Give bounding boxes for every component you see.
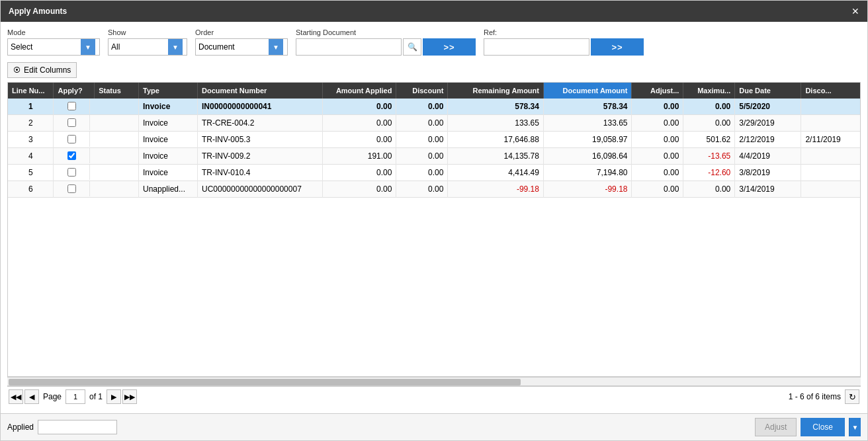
show-label: Show — [108, 28, 187, 36]
cell-disco — [801, 181, 860, 198]
show-dropdown-arrow[interactable]: ▼ — [168, 39, 183, 55]
refresh-button[interactable]: ↻ — [845, 389, 859, 404]
cell-maximum: 501.62 — [683, 132, 735, 148]
order-select[interactable]: Document Date Amount — [196, 39, 269, 55]
next-page-button[interactable]: ▶ — [107, 389, 121, 404]
apply-checkbox[interactable] — [67, 102, 76, 110]
apply-checkbox[interactable] — [67, 118, 76, 127]
apply-checkbox[interactable] — [67, 151, 76, 160]
starting-doc-label: Starting Document — [296, 28, 476, 36]
edit-columns-bar: ⦿ Edit Columns — [7, 62, 861, 78]
cell-maximum: 0.00 — [683, 181, 735, 198]
cell-type: Invoice — [138, 99, 197, 115]
cell-apply[interactable] — [54, 115, 90, 130]
starting-doc-input[interactable] — [296, 38, 402, 56]
cell-status — [95, 165, 139, 181]
ref-input[interactable] — [484, 38, 589, 56]
th-line-num[interactable]: Line Nu... — [8, 83, 54, 99]
order-select-wrapper[interactable]: Document Date Amount ▼ — [195, 38, 288, 56]
cell-line-num: 5 — [8, 165, 54, 181]
cell-line-num: 6 — [8, 181, 54, 198]
th-disco[interactable]: Disco... — [801, 83, 860, 99]
close-dropdown-button[interactable]: ▼ — [849, 418, 861, 436]
th-maximum[interactable]: Maximu... — [683, 83, 735, 99]
th-type[interactable]: Type — [138, 83, 197, 99]
table-row[interactable]: 6Unapplied...UC000000000000000000070.000… — [8, 181, 860, 198]
table-row[interactable]: 4InvoiceTR-INV-009.2191.000.0014,135.781… — [8, 148, 860, 165]
th-discount[interactable]: Discount — [396, 83, 448, 99]
cell-discount: 0.00 — [396, 148, 448, 165]
th-remaining-amount[interactable]: Remaining Amount — [448, 83, 544, 99]
prev-page-button[interactable]: ◀ — [24, 389, 39, 404]
cell-remaining-amount: 578.34 — [448, 99, 544, 115]
cell-doc-number: TR-INV-005.3 — [198, 132, 323, 148]
th-apply[interactable]: Apply? — [54, 83, 95, 99]
th-due-date[interactable]: Due Date — [735, 83, 801, 99]
cell-apply[interactable] — [54, 132, 90, 147]
show-select-wrapper[interactable]: All Open Closed ▼ — [108, 38, 187, 56]
adjust-button[interactable]: Adjust — [755, 418, 797, 436]
cell-type: Invoice — [138, 115, 197, 132]
cell-disco — [801, 148, 860, 165]
th-status[interactable]: Status — [95, 83, 139, 99]
cell-adjust: 0.00 — [632, 165, 683, 181]
cell-doc-number: IN00000000000041 — [198, 99, 323, 115]
th-doc-number[interactable]: Document Number — [198, 83, 323, 99]
cell-apply[interactable] — [54, 148, 90, 163]
cell-maximum: -13.65 — [683, 148, 735, 165]
mode-dropdown-arrow[interactable]: ▼ — [81, 39, 95, 55]
cell-type: Invoice — [138, 132, 197, 148]
apply-amounts-table: Line Nu... Apply? Status Type Document N… — [8, 83, 860, 198]
bottom-bar: Applied Adjust Close ▼ — [1, 413, 867, 440]
order-dropdown-arrow[interactable]: ▼ — [269, 39, 283, 55]
cell-disco — [801, 99, 860, 115]
mode-select-wrapper[interactable]: Select Auto Manual ▼ — [7, 38, 100, 56]
horizontal-scrollbar[interactable] — [7, 377, 861, 386]
cell-due-date: 3/14/2019 — [735, 181, 801, 198]
cell-due-date: 4/4/2019 — [735, 148, 801, 165]
th-document-amount[interactable]: Document Amount — [543, 83, 632, 99]
cell-amount-applied: 0.00 — [323, 132, 396, 148]
ref-nav-button[interactable]: >> — [591, 38, 644, 56]
apply-checkbox[interactable] — [67, 135, 76, 143]
applied-value-input[interactable] — [38, 420, 117, 434]
cell-adjust: 0.00 — [632, 132, 683, 148]
first-page-button[interactable]: ◀◀ — [9, 389, 23, 404]
mode-label: Mode — [7, 28, 100, 36]
mode-select[interactable]: Select Auto Manual — [8, 39, 81, 55]
footer-bar: ◀◀ ◀ Page of 1 ▶ ▶▶ 1 - 6 of 6 items ↻ — [7, 386, 861, 407]
apply-checkbox[interactable] — [67, 184, 76, 193]
search-button[interactable]: 🔍 — [403, 38, 421, 56]
page-number-input[interactable] — [65, 389, 85, 404]
order-field-group: Order Document Date Amount ▼ — [195, 28, 288, 56]
starting-doc-field-group: Starting Document 🔍 >> — [296, 28, 476, 56]
edit-columns-button[interactable]: ⦿ Edit Columns — [7, 62, 77, 78]
cell-adjust: 0.00 — [632, 148, 683, 165]
cell-line-num: 2 — [8, 115, 54, 132]
show-field-group: Show All Open Closed ▼ — [108, 28, 187, 56]
modal-body: Mode Select Auto Manual ▼ Show All Open — [1, 22, 867, 413]
cell-doc-amount: -99.18 — [543, 181, 632, 198]
cell-type: Invoice — [138, 165, 197, 181]
apply-checkbox[interactable] — [67, 168, 76, 177]
table-row[interactable]: 2InvoiceTR-CRE-004.20.000.00133.65133.65… — [8, 115, 860, 132]
last-page-button[interactable]: ▶▶ — [122, 389, 137, 404]
show-select[interactable]: All Open Closed — [108, 39, 168, 55]
cell-status — [95, 99, 139, 115]
page-info: 1 - 6 of 6 items ↻ — [789, 389, 859, 404]
table-row[interactable]: 1InvoiceIN000000000000410.000.00578.3457… — [8, 99, 860, 115]
table-row[interactable]: 3InvoiceTR-INV-005.30.000.0017,646.8819,… — [8, 132, 860, 148]
cell-apply[interactable] — [54, 165, 90, 180]
cell-apply[interactable] — [54, 181, 90, 196]
th-adjust[interactable]: Adjust... — [632, 83, 683, 99]
th-amount-applied[interactable]: Amount Applied — [323, 83, 396, 99]
nav-button[interactable]: >> — [423, 38, 476, 56]
cell-due-date: 5/5/2020 — [735, 99, 801, 115]
close-button[interactable]: Close — [801, 418, 845, 436]
cell-remaining-amount: 14,135.78 — [448, 148, 544, 165]
cell-maximum: 0.00 — [683, 99, 735, 115]
toolbar: Mode Select Auto Manual ▼ Show All Open — [7, 28, 861, 56]
modal-close-button[interactable]: ✕ — [851, 6, 859, 17]
cell-apply[interactable] — [54, 99, 90, 114]
table-row[interactable]: 5InvoiceTR-INV-010.40.000.004,414.497,19… — [8, 165, 860, 181]
